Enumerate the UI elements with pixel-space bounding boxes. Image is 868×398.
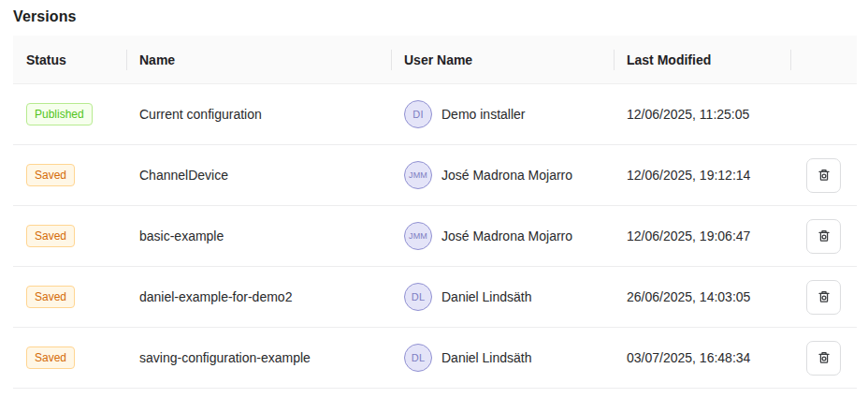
avatar: JMM [404,161,432,189]
table-row: Saved daniel-example-for-demo2 DL Daniel… [13,267,857,328]
trash-icon [817,228,832,243]
user-name: Daniel Lindsäth [441,289,532,304]
delete-version-button[interactable] [806,280,841,315]
last-modified-cell: 12/06/2025, 19:06:47 [614,206,790,266]
status-cell: Saved [13,328,126,388]
versions-table: Status Name User Name Last Modified Publ… [13,36,857,389]
version-name: ChannelDevice [139,168,228,183]
delete-version-button[interactable] [806,219,841,254]
table-row: Published Current configuration DI Demo … [13,84,857,145]
last-modified-cell: 12/06/2025, 19:12:14 [614,145,790,205]
version-name: daniel-example-for-demo2 [139,289,292,304]
avatar: DL [404,344,432,372]
version-name-cell: daniel-example-for-demo2 [126,267,391,327]
user-name: Demo installer [441,107,525,122]
status-badge: Saved [26,164,75,186]
column-header-status: Status [13,36,126,83]
avatar: JMM [404,222,432,250]
last-modified-value: 03/07/2025, 16:48:34 [627,350,750,365]
user-cell: DI Demo installer [391,84,614,144]
last-modified-cell: 26/06/2025, 14:03:05 [614,267,790,327]
column-header-name: Name [126,36,391,83]
version-name-cell: basic-example [126,206,391,266]
column-header-actions [790,36,857,83]
last-modified-value: 12/06/2025, 19:12:14 [627,168,750,183]
status-badge: Published [26,103,93,125]
table-row: Saved saving-configuration-example DL Da… [13,328,857,389]
actions-cell [790,206,857,266]
page-title: Versions [0,0,868,25]
table-body: Published Current configuration DI Demo … [13,84,857,389]
user-cell: JMM José Madrona Mojarro [391,145,614,205]
version-name: saving-configuration-example [139,350,311,365]
trash-icon [817,168,832,183]
actions-cell [790,145,857,205]
status-cell: Published [13,84,126,144]
avatar: DI [404,100,432,128]
column-header-last-modified: Last Modified [614,36,790,83]
status-badge: Saved [26,225,75,247]
actions-cell [790,328,857,388]
user-name: José Madrona Mojarro [441,228,572,243]
table-row: Saved basic-example JMM José Madrona Moj… [13,206,857,267]
last-modified-value: 26/06/2025, 14:03:05 [627,289,750,304]
last-modified-cell: 03/07/2025, 16:48:34 [614,328,790,388]
status-cell: Saved [13,206,126,266]
table-row: Saved ChannelDevice JMM José Madrona Moj… [13,145,857,206]
delete-version-button[interactable] [806,341,841,376]
version-name: basic-example [139,228,224,243]
version-name-cell: Current configuration [126,84,391,144]
status-badge: Saved [26,286,75,308]
last-modified-cell: 12/06/2025, 11:25:05 [614,84,790,144]
status-cell: Saved [13,145,126,205]
user-cell: DL Daniel Lindsäth [391,267,614,327]
actions-cell [790,84,857,144]
avatar: DL [404,283,432,311]
trash-icon [817,289,832,304]
user-name: José Madrona Mojarro [441,168,572,183]
version-name-cell: saving-configuration-example [126,328,391,388]
delete-version-button[interactable] [806,158,841,193]
last-modified-value: 12/06/2025, 11:25:05 [627,107,749,122]
status-cell: Saved [13,267,126,327]
trash-icon [817,350,832,365]
versions-page: Versions Status Name User Name Last Modi… [0,0,868,398]
user-name: Daniel Lindsäth [441,350,532,365]
status-badge: Saved [26,346,75,369]
actions-cell [790,267,857,327]
user-cell: JMM José Madrona Mojarro [391,206,614,266]
table-header-row: Status Name User Name Last Modified [13,36,857,84]
version-name: Current configuration [139,107,262,122]
column-header-user-name: User Name [391,36,614,83]
last-modified-value: 12/06/2025, 19:06:47 [627,228,750,243]
user-cell: DL Daniel Lindsäth [391,328,614,388]
version-name-cell: ChannelDevice [126,145,391,205]
